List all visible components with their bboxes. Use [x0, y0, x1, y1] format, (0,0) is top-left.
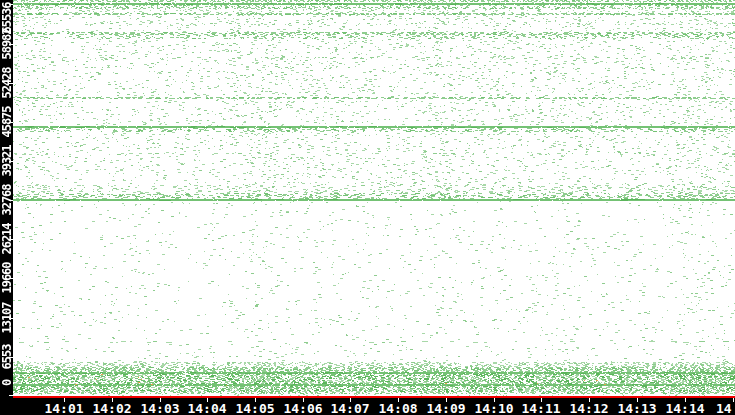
x-tick — [303, 398, 304, 402]
x-tick-label: 14:06 — [283, 401, 322, 415]
y-tick — [9, 357, 13, 358]
x-tick — [112, 398, 113, 402]
x-tick — [64, 398, 65, 402]
x-tick-label: 14:09 — [426, 401, 465, 415]
x-tick-label: 14:03 — [140, 401, 179, 415]
x-tick-label: 14:02 — [92, 401, 131, 415]
x-tick-label: 14:08 — [378, 401, 417, 415]
y-axis-bar: 0 6553 13107 19660 26214 32768 39321 458… — [0, 0, 13, 415]
x-tick-label: 14:01 — [44, 401, 83, 415]
y-tick-label: 65536 — [0, 2, 14, 33]
y-tick — [9, 4, 13, 5]
y-tick-label: 0 — [0, 380, 14, 386]
x-tick — [589, 398, 590, 402]
y-tick — [9, 318, 13, 319]
x-tick — [685, 398, 686, 402]
x-tick-label: 14:04 — [187, 401, 226, 415]
x-tick — [541, 398, 542, 402]
y-tick — [9, 200, 13, 201]
x-tick-label: 14:07 — [330, 401, 369, 415]
y-tick — [9, 278, 13, 279]
y-tick — [9, 83, 13, 84]
x-tick — [637, 398, 638, 402]
x-tick — [733, 398, 734, 402]
x-tick — [494, 398, 495, 402]
x-tick — [160, 398, 161, 402]
x-axis-bar: 14:01 14:02 14:03 14:04 14:05 14:06 14:0… — [0, 398, 735, 415]
x-tick-label-partial: 14 — [716, 401, 732, 415]
port-time-scatter-plot: 0 6553 13107 19660 26214 32768 39321 458… — [0, 0, 735, 415]
x-tick-label: 14:11 — [521, 401, 560, 415]
y-tick — [9, 161, 13, 162]
x-tick-label: 14:12 — [569, 401, 608, 415]
y-tick — [9, 44, 13, 45]
x-tick — [207, 398, 208, 402]
y-tick — [9, 395, 13, 396]
x-tick — [446, 398, 447, 402]
y-tick — [9, 239, 13, 240]
x-tick — [255, 398, 256, 402]
x-tick-label: 14:14 — [665, 401, 704, 415]
x-tick-label: 14:13 — [617, 401, 656, 415]
x-tick-label: 14:10 — [474, 401, 513, 415]
scatter-points-canvas — [13, 0, 735, 396]
x-tick — [398, 398, 399, 402]
x-tick-label: 14:05 — [235, 401, 274, 415]
y-tick — [9, 122, 13, 123]
x-tick — [350, 398, 351, 402]
